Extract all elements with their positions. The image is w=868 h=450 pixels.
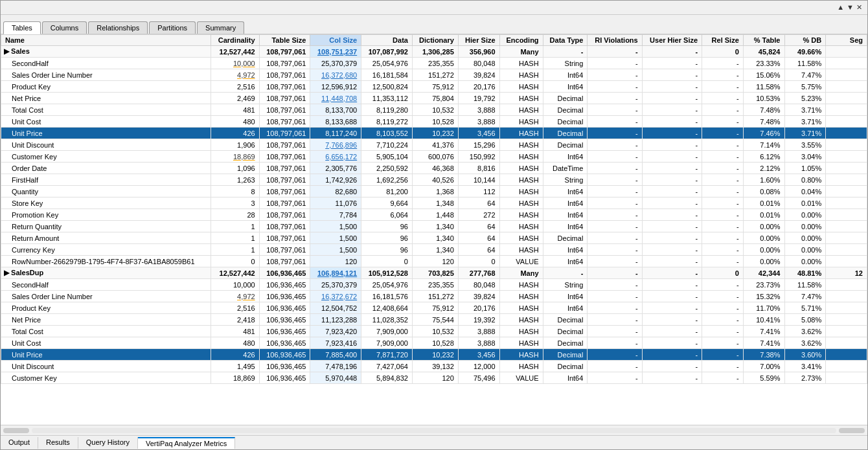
table-row[interactable]: Customer Key18,869108,797,0616,656,1725,… xyxy=(1,151,867,163)
table-row[interactable]: Currency Key1108,797,0611,500961,34064HA… xyxy=(1,244,867,256)
horizontal-scrollbar[interactable] xyxy=(1,425,867,435)
table-row[interactable]: Net Price2,418106,936,46511,123,28811,02… xyxy=(1,314,867,326)
col-header-hier-size[interactable]: Hier Size xyxy=(458,35,499,46)
tab-tables[interactable]: Tables xyxy=(3,21,41,34)
col-header-dictionary[interactable]: Dictionary xyxy=(412,35,458,46)
title-bar: ▲ ▼ ✕ xyxy=(1,1,867,15)
table-row[interactable]: Return Amount1108,797,0611,500961,34064H… xyxy=(1,232,867,244)
table-row[interactable]: SecondHalf10,000106,936,46525,370,37925,… xyxy=(1,279,867,291)
col-header-table-size[interactable]: Table Size xyxy=(259,35,310,46)
tab-summary[interactable]: Summary xyxy=(197,21,244,34)
table-group-header[interactable]: ▶ Sales12,527,442108,797,061108,751,2371… xyxy=(1,46,867,58)
table-row[interactable]: Unit Price426106,936,4657,885,4007,871,7… xyxy=(1,349,867,361)
table-row[interactable]: Return Quantity1108,797,0611,500961,3406… xyxy=(1,221,867,232)
bottom-tab-bar: OutputResultsQuery HistoryVertiPaq Analy… xyxy=(1,437,235,449)
col-header-col-size[interactable]: Col Size xyxy=(310,35,361,46)
col-header-data-type[interactable]: Data Type xyxy=(543,35,588,46)
table-row[interactable]: Product Key2,516106,936,46512,504,75212,… xyxy=(1,302,867,314)
table-row[interactable]: Unit Discount1,906108,797,0617,766,8967,… xyxy=(1,139,867,151)
close-icon[interactable]: ✕ xyxy=(856,3,862,12)
bottom-tab-vertipaq-analyzer-metrics[interactable]: VertiPaq Analyzer Metrics xyxy=(138,437,235,449)
col-header-rel-size[interactable]: Rel Size xyxy=(702,35,744,46)
bottom-tab-query-history[interactable]: Query History xyxy=(78,437,138,449)
table-container[interactable]: NameCardinalityTable SizeCol SizeDataDic… xyxy=(1,34,867,425)
tab-bar: TablesColumnsRelationshipsPartitionsSumm… xyxy=(1,15,867,34)
maximize-icon[interactable]: ▼ xyxy=(847,3,854,12)
table-row[interactable]: Total Cost481108,797,0618,133,7008,119,2… xyxy=(1,104,867,116)
col-header-ri-violations[interactable]: RI Violations xyxy=(588,35,642,46)
table-row[interactable]: Sales Order Line Number4,972108,797,0611… xyxy=(1,69,867,81)
col-header-%-db[interactable]: % DB xyxy=(784,35,826,46)
metrics-table: NameCardinalityTable SizeCol SizeDataDic… xyxy=(1,34,867,384)
window-controls: ▲ ▼ ✕ xyxy=(837,3,862,12)
bottom-bar: OutputResultsQuery HistoryVertiPaq Analy… xyxy=(1,435,867,449)
tab-columns[interactable]: Columns xyxy=(42,21,87,34)
table-row[interactable]: Promotion Key28108,797,0617,7846,0641,44… xyxy=(1,209,867,221)
col-header-%-table[interactable]: % Table xyxy=(743,35,784,46)
table-row[interactable]: Quantity8108,797,06182,68081,2001,368112… xyxy=(1,186,867,197)
table-row[interactable]: Unit Price426108,797,0618,117,2408,103,5… xyxy=(1,128,867,139)
main-window: ▲ ▼ ✕ TablesColumnsRelationshipsPartitio… xyxy=(0,0,868,450)
col-header-name[interactable]: Name xyxy=(1,35,211,46)
table-row[interactable]: Order Date1,096108,797,0612,305,7762,250… xyxy=(1,163,867,174)
col-header-cardinality[interactable]: Cardinality xyxy=(211,35,259,46)
col-header-user-hier-size[interactable]: User Hier Size xyxy=(642,35,702,46)
col-header-data[interactable]: Data xyxy=(361,35,413,46)
minimize-icon[interactable]: ▲ xyxy=(837,3,844,12)
table-row[interactable]: FirstHalf1,263108,797,0611,742,9261,692,… xyxy=(1,174,867,186)
bottom-tab-results[interactable]: Results xyxy=(38,437,78,449)
tab-relationships[interactable]: Relationships xyxy=(88,21,148,34)
table-row[interactable]: RowNumber-2662979B-1795-4F74-8F37-6A1BA8… xyxy=(1,256,867,267)
table-row[interactable]: Unit Cost480108,797,0618,133,6888,119,27… xyxy=(1,116,867,128)
table-row[interactable]: Net Price2,469108,797,06111,448,70811,35… xyxy=(1,93,867,104)
table-group-header[interactable]: ▶ SalesDup12,527,442106,936,465106,894,1… xyxy=(1,267,867,279)
table-row[interactable]: Unit Discount1,495106,936,4657,478,1967,… xyxy=(1,361,867,372)
tab-partitions[interactable]: Partitions xyxy=(149,21,196,34)
table-row[interactable]: Customer Key18,869106,936,4655,970,4485,… xyxy=(1,372,867,384)
table-row[interactable]: Store Key3108,797,06111,0769,6641,34864H… xyxy=(1,197,867,209)
col-header-seg[interactable]: Seg xyxy=(826,35,867,46)
table-row[interactable]: Sales Order Line Number4,972106,936,4651… xyxy=(1,291,867,302)
col-header-encoding[interactable]: Encoding xyxy=(499,35,543,46)
table-row[interactable]: SecondHalf10,000108,797,06125,370,37925,… xyxy=(1,58,867,69)
table-row[interactable]: Product Key2,516108,797,06112,596,91212,… xyxy=(1,81,867,93)
bottom-tab-output[interactable]: Output xyxy=(1,437,38,449)
table-row[interactable]: Unit Cost480106,936,4657,923,4167,909,00… xyxy=(1,337,867,349)
table-row[interactable]: Total Cost481106,936,4657,923,4207,909,0… xyxy=(1,326,867,337)
